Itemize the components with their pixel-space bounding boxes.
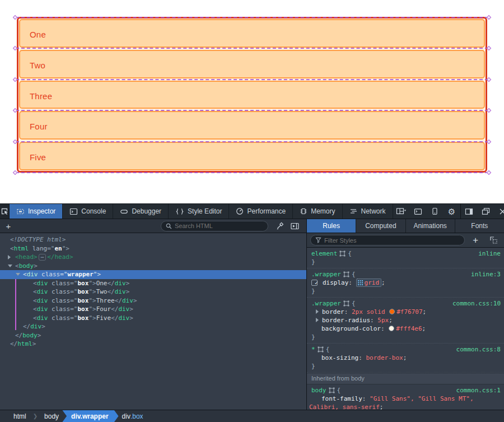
search-html-box[interactable] bbox=[161, 221, 268, 231]
sidebar-tab-fonts[interactable]: Fonts bbox=[455, 219, 504, 233]
markup-node[interactable]: <!DOCTYPE html> bbox=[0, 235, 306, 244]
filter-styles-input[interactable] bbox=[324, 237, 460, 244]
breadcrumb-item[interactable]: div.box bbox=[116, 410, 149, 422]
pseudo-class-panel-icon[interactable] bbox=[486, 233, 501, 247]
highlight-selector-icon[interactable] bbox=[315, 346, 326, 353]
rendering-panel-icon[interactable] bbox=[287, 219, 302, 233]
highlight-selector-icon[interactable] bbox=[326, 387, 337, 394]
selected-children-guide bbox=[15, 279, 16, 330]
close-icon[interactable] bbox=[494, 204, 504, 219]
css-declaration[interactable]: background-color: #fff4e6; bbox=[307, 324, 504, 333]
element-picker-button[interactable] bbox=[0, 204, 10, 219]
sidebar-tab-rules[interactable]: Rules bbox=[307, 219, 356, 233]
expand-twisty[interactable] bbox=[8, 265, 12, 267]
markup-node[interactable]: <body> bbox=[0, 262, 306, 271]
markup-node[interactable]: <div class="box">Two</div> bbox=[0, 287, 306, 296]
expand-declaration-icon[interactable] bbox=[316, 309, 319, 314]
breadcrumb-item[interactable]: body bbox=[39, 410, 64, 422]
responsive-mode-icon[interactable] bbox=[427, 204, 444, 219]
css-declaration[interactable]: box-sizing: border-box; bbox=[307, 354, 504, 362]
rule-selector[interactable]: element bbox=[311, 250, 337, 257]
stylesheet-link[interactable]: common.css:1 bbox=[456, 386, 501, 395]
highlight-selector-icon[interactable] bbox=[341, 300, 352, 307]
markup-node[interactable]: </div> bbox=[0, 322, 306, 331]
markup-node[interactable]: <div class="box">One</div> bbox=[0, 279, 306, 288]
highlight-selector-icon[interactable] bbox=[337, 250, 348, 257]
rule-selector[interactable]: .wrapper bbox=[311, 300, 341, 307]
search-icon bbox=[166, 223, 172, 229]
css-rule: body{common.css:1font-family: "Gill Sans… bbox=[307, 384, 504, 410]
css-declaration[interactable]: display: grid; bbox=[307, 279, 504, 287]
css-declaration[interactable]: font-family: "Gill Sans", "Gill Sans MT"… bbox=[307, 395, 504, 410]
css-declaration[interactable]: border-radius: 5px; bbox=[307, 316, 504, 324]
markup-node[interactable]: </body> bbox=[0, 331, 306, 340]
page-box-one: One bbox=[19, 19, 485, 48]
grid-row-line bbox=[16, 141, 488, 142]
sidebar-tab-computed[interactable]: Computed bbox=[356, 219, 405, 233]
grid-row-line bbox=[16, 48, 488, 49]
separate-window-icon[interactable] bbox=[478, 204, 494, 219]
breadcrumb-item[interactable]: html bbox=[8, 410, 32, 422]
markup-node[interactable]: <html lang="en"> bbox=[0, 244, 306, 253]
grid-row-line bbox=[16, 172, 488, 173]
css-declaration[interactable]: border: 2px solid #f76707; bbox=[307, 308, 504, 316]
tab-performance[interactable]: Performance bbox=[229, 204, 293, 219]
devtools-tabbar: InspectorConsoleDebuggerStyle EditorPerf… bbox=[0, 204, 504, 219]
stylesheet-link[interactable]: inline:3 bbox=[471, 270, 501, 279]
inherited-from-header: Inherited from body bbox=[307, 373, 504, 384]
stylesheet-link[interactable]: inline bbox=[478, 249, 501, 258]
declaration-checkbox[interactable] bbox=[311, 280, 318, 286]
add-rule-button[interactable]: + bbox=[468, 233, 483, 247]
color-swatch[interactable] bbox=[389, 326, 394, 331]
markup-node[interactable]: <div class="box">Three</div> bbox=[0, 296, 306, 305]
tab-memory[interactable]: Memory bbox=[293, 204, 342, 219]
expand-declaration-icon[interactable] bbox=[316, 318, 319, 322]
select-iframe-icon[interactable] bbox=[393, 204, 410, 219]
markup-node[interactable]: <head>⋯</head> bbox=[0, 253, 306, 262]
tab-label: Network bbox=[361, 207, 386, 215]
search-html-input[interactable] bbox=[175, 222, 263, 229]
markup-node[interactable]: <div class="box">Five</div> bbox=[0, 314, 306, 323]
rendered-page: OneTwoThreeFourFive bbox=[0, 0, 504, 203]
tab-label: Inspector bbox=[28, 207, 55, 215]
tab-debugger[interactable]: Debugger bbox=[113, 204, 169, 219]
sidebar-tab-animations[interactable]: Animations bbox=[406, 219, 455, 233]
tab-console[interactable]: Console bbox=[63, 204, 113, 219]
network-icon bbox=[349, 208, 358, 215]
breadcrumb-item-selected[interactable]: div.wrapper bbox=[62, 410, 118, 422]
add-node-button[interactable]: + bbox=[0, 221, 17, 231]
highlight-selector-icon[interactable] bbox=[341, 271, 352, 278]
tab-label: Style Editor bbox=[188, 207, 222, 215]
tab-label: Memory bbox=[311, 207, 335, 215]
rule-selector[interactable]: .wrapper bbox=[311, 271, 341, 278]
markup-node[interactable]: <div class="box">Four</div> bbox=[0, 305, 306, 314]
filter-icon bbox=[315, 237, 321, 243]
color-swatch[interactable] bbox=[389, 309, 395, 314]
page-box-four: Four bbox=[19, 111, 485, 140]
stylesheet-link[interactable]: common.css:8 bbox=[456, 345, 501, 354]
expand-twisty[interactable] bbox=[16, 273, 20, 276]
grid-row-line bbox=[16, 110, 488, 111]
grid-row-line bbox=[16, 79, 488, 80]
tab-style-editor[interactable]: Style Editor bbox=[169, 204, 229, 219]
stylesheet-link[interactable]: common.css:10 bbox=[452, 299, 501, 308]
rule-selector[interactable]: * bbox=[311, 346, 315, 353]
tab-inspector[interactable]: Inspector bbox=[10, 204, 63, 219]
eyedropper-icon[interactable] bbox=[273, 219, 287, 233]
split-console-icon[interactable] bbox=[410, 204, 427, 219]
devtools-window: InspectorConsoleDebuggerStyle EditorPerf… bbox=[0, 203, 504, 422]
markup-node[interactable]: </html> bbox=[0, 340, 306, 349]
devtools-secondary-toolbar: + RulesComputedAnimationsFonts bbox=[0, 219, 504, 233]
rule-selector[interactable]: body bbox=[311, 387, 326, 394]
settings-icon[interactable]: ⚙ bbox=[444, 204, 460, 219]
markup-node-selected[interactable]: <div class="wrapper"> bbox=[0, 270, 306, 279]
tab-label: Console bbox=[81, 207, 106, 215]
dock-side-icon[interactable] bbox=[461, 204, 478, 219]
grid-highlighter-toggle[interactable]: grid bbox=[356, 279, 382, 287]
style-editor-icon bbox=[175, 208, 184, 215]
expand-twisty[interactable] bbox=[8, 255, 11, 259]
tab-network[interactable]: Network bbox=[343, 204, 393, 219]
filter-styles-box[interactable] bbox=[310, 235, 465, 245]
console-icon bbox=[69, 208, 78, 215]
rules-view: + element{inline}.wrapper{inline:3displa… bbox=[307, 233, 504, 410]
